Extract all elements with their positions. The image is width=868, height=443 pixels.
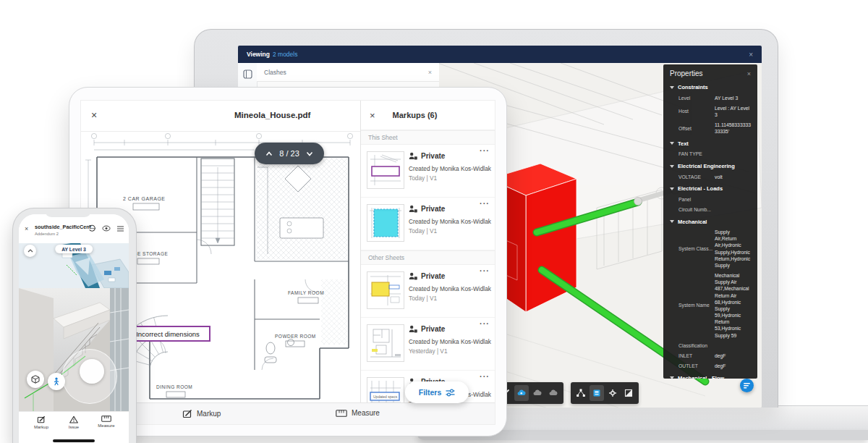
share-nodes-icon[interactable] <box>574 385 588 401</box>
eye-icon[interactable] <box>102 225 111 232</box>
section-constraints: Constraints LevelAY Level 3 HostLevel : … <box>663 80 757 137</box>
page-navigator[interactable]: 8 / 23 <box>255 143 324 164</box>
property-row: Classification <box>663 340 757 350</box>
walking-person-icon <box>52 377 61 386</box>
cloud-icon[interactable] <box>546 385 561 401</box>
model-browser-icon[interactable] <box>243 69 252 79</box>
markups-header: × Markups (6) <box>361 101 495 130</box>
close-icon[interactable]: × <box>370 110 375 121</box>
private-person-icon <box>409 272 417 280</box>
section-title: Mechanical - Flow <box>678 375 724 379</box>
property-row: INLETdegF <box>663 350 757 360</box>
properties-title: Properties <box>670 69 703 77</box>
issue-triangle-icon <box>69 415 78 423</box>
level-badge[interactable]: AY Level 3 <box>55 245 93 253</box>
markup-thumbnail <box>367 151 404 189</box>
created-by: Created by Monika Kos-Widlak <box>409 165 491 173</box>
collapse-icon <box>670 376 674 379</box>
visibility-badge: Private <box>421 205 445 213</box>
svg-text:Updated specs: Updated specs <box>373 395 398 399</box>
markup-tool-label: Markup <box>34 425 48 429</box>
markup-list-item[interactable]: ··· Private Created by Monika Kos-Widlak… <box>361 198 495 250</box>
properties-panel: Properties × Constraints LevelAY Level 3… <box>663 64 757 379</box>
markups-panel: × Markups (6) This Sheet ··· Private Cre… <box>360 101 495 402</box>
item-meta: Today | V1 <box>409 295 491 302</box>
undo-icon[interactable] <box>88 224 96 232</box>
filters-sliders-icon <box>446 389 455 397</box>
viewing-label: Viewing <box>247 51 270 58</box>
annotation-text: Incorrect dimensions <box>136 330 200 338</box>
markup-list-item[interactable]: ··· Private Created by Monika Kos-Widlak… <box>361 145 495 198</box>
created-by: Created by Monika Kos-Widlak <box>409 285 491 293</box>
visibility-badge: Private <box>421 152 445 160</box>
markup-tool-label: Markup <box>197 410 221 418</box>
properties-toggle-icon[interactable] <box>590 385 604 401</box>
cloud-icon[interactable] <box>530 385 545 401</box>
collapse-icon <box>670 165 674 168</box>
measure-ruler-icon <box>336 410 347 417</box>
markup-thumbnail: Updated specs <box>367 377 404 402</box>
section-electrical-engineering: Electrical Engineering VOLTAGEvolt <box>663 159 757 182</box>
property-row: HostLevel : AY Level 3 <box>663 103 757 119</box>
phone-notch <box>45 208 91 217</box>
room-label-garage: 2 CAR GARAGE <box>123 196 166 201</box>
collapse-map-button[interactable] <box>24 245 36 257</box>
created-by: Created by Monika Kos-Widlak <box>409 338 491 346</box>
section-electrical-loads: Electrical - Loads Panel Circuit Numb... <box>663 182 757 214</box>
property-row: LevelAY Level 3 <box>663 93 757 103</box>
section-this-sheet: This Sheet <box>361 130 495 145</box>
list-menu-icon[interactable] <box>116 225 124 232</box>
markup-tool-button[interactable]: Markup <box>27 415 56 429</box>
phone-doc-title: southside_PacificCent... <box>35 224 95 230</box>
close-icon[interactable]: × <box>428 69 432 76</box>
measure-tool-button[interactable]: Measure <box>336 409 380 417</box>
settings-gear-icon[interactable] <box>605 385 620 401</box>
contrast-icon[interactable] <box>621 385 636 401</box>
item-meta: Today | V1 <box>409 227 491 235</box>
section-title: Electrical Engineering <box>678 163 735 169</box>
close-icon[interactable]: × <box>747 70 751 77</box>
document-header: × Mineola_House.pdf <box>81 101 360 132</box>
chevron-up-icon <box>27 249 33 253</box>
visibility-badge: Private <box>421 325 445 333</box>
room-label-dining: DINING ROOM <box>156 384 192 389</box>
close-icon[interactable]: × <box>25 225 28 232</box>
help-chat-button[interactable] <box>740 379 754 392</box>
markup-tool-button[interactable]: Markup <box>182 409 221 418</box>
item-meta: Today | V1 <box>409 174 491 182</box>
clashes-tab[interactable]: Clashes × <box>257 63 439 82</box>
chevron-down-icon[interactable] <box>306 151 313 156</box>
home-indicator[interactable] <box>53 439 95 442</box>
room-label-powder: POWDER ROOM <box>275 334 316 339</box>
cloud-view-icon[interactable] <box>514 385 529 401</box>
collapse-icon <box>670 187 674 190</box>
room-label-family: FAMILY ROOM <box>288 290 324 295</box>
property-row: Panel <box>663 194 757 204</box>
private-person-icon <box>409 152 417 160</box>
walk-joystick[interactable] <box>62 349 117 404</box>
model-mode-button[interactable] <box>27 371 44 388</box>
collapse-icon <box>670 86 674 89</box>
close-icon[interactable]: × <box>749 51 753 59</box>
filters-button[interactable]: Filters <box>405 381 469 403</box>
measure-tool-button[interactable]: Measure <box>92 415 121 428</box>
models-count-link[interactable]: 2 models <box>273 51 298 58</box>
markup-list-item[interactable]: ··· Private Created by Monika Kos-Widlak… <box>361 318 495 371</box>
property-row: VOLTAGEvolt <box>663 172 757 182</box>
phone-header: × southside_PacificCent... Addendum 2 <box>19 214 129 243</box>
tablet-screen: 2 CAR GARAGE GARAGE STORAGE FAMILY ROOM … <box>80 100 495 425</box>
created-by: Created by Monika Kos-Widlak <box>409 218 491 226</box>
markup-list-item[interactable]: ··· Private Created by Monika Kos-Widlak… <box>361 265 495 318</box>
markup-annotation[interactable]: Incorrect dimensions <box>126 326 210 341</box>
joystick-knob[interactable] <box>80 359 104 384</box>
close-icon[interactable]: × <box>91 109 97 121</box>
issue-tool-button[interactable]: Issue <box>59 415 88 429</box>
collapse-icon <box>670 220 674 223</box>
chevron-up-icon[interactable] <box>265 151 273 156</box>
property-row: System Class...Supply Air,Return Air,Hyd… <box>663 227 757 271</box>
property-row: Circuit Numb... <box>663 204 757 214</box>
measure-tool-label: Measure <box>98 423 114 428</box>
tablet-toolbar: Markup Measure <box>81 402 495 425</box>
markup-icon <box>182 409 192 418</box>
property-row: Offset11.1145833333333335' <box>663 120 757 137</box>
